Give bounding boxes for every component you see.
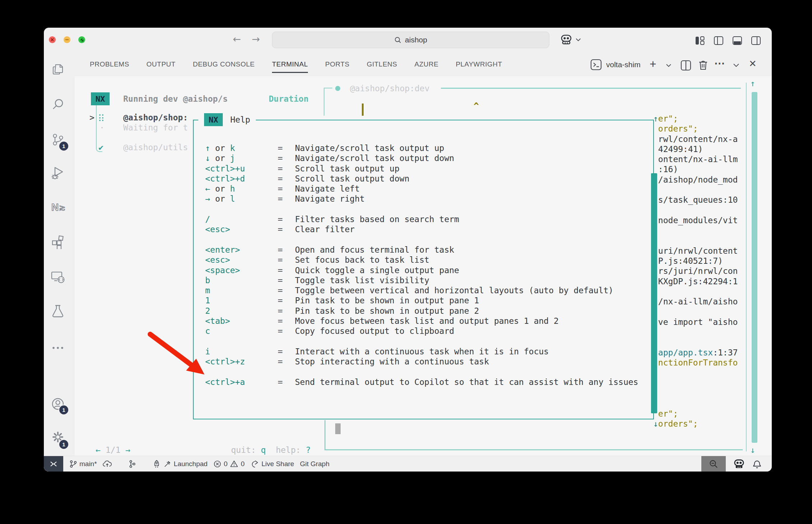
- output-pane-bottom-border: [324, 449, 743, 450]
- more-actions-button[interactable]: ⋯: [714, 57, 725, 69]
- output-pane-left-border: [324, 420, 326, 450]
- tab-ports[interactable]: PORTS: [325, 58, 350, 70]
- selected-task-label[interactable]: @aishop/shop:: [123, 112, 188, 123]
- testing-icon[interactable]: [51, 304, 65, 318]
- scroll-down-icon[interactable]: ↓: [750, 445, 755, 455]
- back-arrow-icon: ←: [233, 33, 241, 45]
- copilot-icon: [560, 34, 572, 45]
- warning-count: 0: [241, 460, 245, 468]
- help-key: ?: [306, 445, 311, 455]
- task-runner-title: Running dev @aishop/s: [123, 94, 228, 104]
- remote-indicator[interactable]: [44, 456, 63, 472]
- error-icon: [213, 460, 221, 468]
- quit-label: quit:: [231, 445, 261, 455]
- toggle-panel-icon[interactable]: [732, 36, 742, 46]
- terminal-name: volta-shim: [606, 60, 641, 69]
- chevron-down-icon: [576, 38, 581, 41]
- more-views-icon[interactable]: [51, 341, 65, 355]
- toggle-primary-sidebar-icon[interactable]: [714, 36, 724, 46]
- git-graph-item[interactable]: Git Graph: [300, 460, 329, 468]
- remote-explorer-icon[interactable]: [51, 270, 65, 284]
- command-center-search[interactable]: aishop: [272, 32, 549, 48]
- quit-key: q: [261, 445, 266, 455]
- nx-console-icon[interactable]: N ≳: [51, 200, 65, 215]
- copilot-status-icon[interactable]: [733, 459, 745, 469]
- status-bar: main* Launchpad 0 0 Live Share: [44, 456, 772, 472]
- tab-gitlens[interactable]: GITLENS: [367, 58, 397, 70]
- git-branch-icon: [70, 460, 77, 468]
- panel-tab-bar: PROBLEMS OUTPUT DEBUG CONSOLE TERMINAL P…: [90, 53, 502, 75]
- copilot-menu[interactable]: [560, 34, 581, 45]
- run-debug-icon[interactable]: [51, 166, 65, 180]
- task-list-prompt: >: [89, 112, 94, 123]
- zoom-window-button[interactable]: [78, 36, 85, 43]
- ellipsis-icon: ⋯: [714, 57, 725, 69]
- tools-icon: [163, 460, 171, 468]
- nx-badge: NX: [91, 92, 110, 105]
- live-share-label: Live Share: [262, 460, 294, 468]
- branch-name: main*: [79, 460, 97, 468]
- pager-text: 1/1: [101, 445, 125, 455]
- launch-profile-chevron-icon[interactable]: [666, 64, 672, 67]
- new-terminal-button[interactable]: +: [650, 58, 656, 71]
- drag-handle-icon: [99, 114, 103, 121]
- hint-separator: [266, 445, 276, 455]
- terminal-icon: [590, 59, 602, 70]
- split-terminal-icon[interactable]: [680, 60, 691, 71]
- minimize-window-button[interactable]: [64, 36, 70, 43]
- tab-debug-console[interactable]: DEBUG CONSOLE: [193, 58, 255, 70]
- help-title-text: Help: [230, 115, 250, 125]
- close-panel-button[interactable]: ✕: [749, 58, 757, 69]
- problems-item[interactable]: 0 0: [213, 460, 245, 468]
- tab-playwright[interactable]: PLAYWRIGHT: [456, 58, 502, 70]
- extensions-icon[interactable]: [51, 235, 65, 249]
- customize-layout-icon[interactable]: [695, 36, 705, 46]
- toggle-secondary-sidebar-icon[interactable]: [751, 36, 761, 46]
- task-pager: ← 1/1 →: [96, 445, 130, 455]
- terminal-scrollbar-thumb[interactable]: [752, 92, 757, 443]
- nx-badge: NX: [204, 113, 223, 126]
- caret-glyph: ^: [474, 101, 479, 111]
- kill-terminal-trash-icon[interactable]: [698, 60, 708, 70]
- launchpad-item[interactable]: Launchpad: [152, 460, 208, 468]
- fullscreen-icon: [78, 36, 85, 43]
- pipeline-icon[interactable]: [129, 460, 136, 468]
- tab-problems[interactable]: PROBLEMS: [90, 58, 129, 70]
- history-back-button[interactable]: ←: [233, 33, 241, 45]
- pager-left-arrow-icon[interactable]: ←: [96, 445, 101, 455]
- git-graph-label: Git Graph: [300, 460, 329, 468]
- duration-column-label: Duration: [269, 94, 309, 104]
- git-branch-item[interactable]: main*: [70, 460, 97, 468]
- explorer-icon[interactable]: [51, 62, 65, 77]
- tab-output[interactable]: OUTPUT: [147, 58, 176, 70]
- quit-help-hint: quit: q help: ?: [231, 445, 311, 455]
- settings-badge: 1: [59, 439, 69, 450]
- scroll-up-icon[interactable]: ↑: [750, 78, 755, 88]
- screenshot-root: ← → aishop PROBLEMS OUTPUT DEBUG C: [0, 0, 812, 524]
- maximize-panel-chevron-icon[interactable]: [733, 63, 739, 67]
- zoom-status-item[interactable]: [701, 456, 726, 472]
- account-badge: 1: [59, 405, 69, 415]
- tab-azure[interactable]: AZURE: [414, 58, 438, 70]
- help-rows: ↑ or k=Navigate/scroll task output up↓ o…: [193, 143, 653, 387]
- pager-right-arrow-icon[interactable]: →: [125, 445, 130, 455]
- bell-icon[interactable]: [752, 459, 762, 469]
- history-forward-button[interactable]: →: [252, 33, 260, 45]
- svg-text:N: N: [51, 202, 59, 213]
- done-task-label[interactable]: @aishop/utils: [123, 142, 188, 152]
- search-icon[interactable]: [51, 97, 65, 111]
- check-icon: ✔: [98, 142, 103, 152]
- output-pane-corner: [324, 88, 332, 116]
- tab-terminal[interactable]: TERMINAL: [272, 58, 308, 70]
- minimize-icon: [64, 36, 70, 43]
- forward-arrow-icon: →: [252, 33, 260, 45]
- close-icon: [49, 36, 56, 43]
- terminal-list-item[interactable]: volta-shim: [590, 59, 641, 70]
- cloud-upload-icon[interactable]: [103, 460, 112, 468]
- close-window-button[interactable]: [49, 36, 56, 43]
- live-share-item[interactable]: Live Share: [250, 460, 294, 468]
- output-pane-scrollbar-thumb[interactable]: [651, 173, 657, 413]
- terminal-cursor: [362, 104, 364, 116]
- zoom-out-icon: [709, 459, 718, 469]
- search-icon: [394, 36, 402, 44]
